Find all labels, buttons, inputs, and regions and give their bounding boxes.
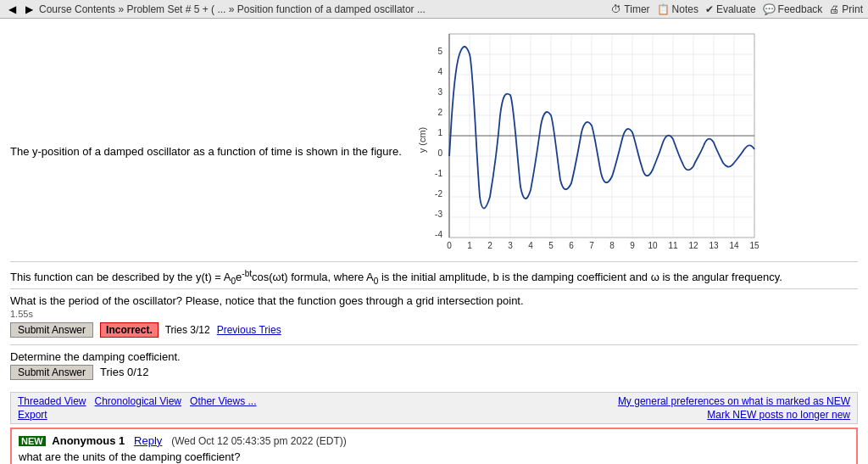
svg-text:0: 0 <box>437 148 442 158</box>
svg-text:-3: -3 <box>435 210 442 219</box>
discussion-view-links: Threaded View Chronological View Other V… <box>18 395 257 407</box>
timer-icon: ⏱ <box>611 3 621 15</box>
svg-text:1: 1 <box>467 241 472 250</box>
threaded-view-link[interactable]: Threaded View <box>18 395 86 407</box>
svg-text:2: 2 <box>487 241 492 250</box>
evaluate-icon: ✔ <box>705 3 714 15</box>
svg-text:10: 10 <box>648 241 658 250</box>
notes-label: Notes <box>672 3 698 15</box>
question1-answer-row: Submit Answer Incorrect. Tries 3/12 Prev… <box>10 322 858 338</box>
notes-button[interactable]: 📋 Notes <box>657 3 698 15</box>
svg-text:0: 0 <box>447 241 452 250</box>
formula-section: This function can be described by the y(… <box>10 261 858 288</box>
breadcrumb: Course Contents » Problem Set # 5 + ( ..… <box>39 3 426 15</box>
svg-text:4: 4 <box>437 67 442 76</box>
svg-text:1: 1 <box>437 128 442 137</box>
timer-label: Timer <box>624 3 649 15</box>
print-label: Print <box>842 3 863 15</box>
submit-answer-1-button[interactable]: Submit Answer <box>10 322 93 338</box>
svg-text:9: 9 <box>630 241 635 250</box>
evaluate-button[interactable]: ✔ Evaluate <box>705 3 756 15</box>
svg-text:-4: -4 <box>435 230 442 239</box>
svg-text:t (s): t (s) <box>593 253 609 254</box>
svg-text:-1: -1 <box>435 169 442 178</box>
problem-description: The y-position of a damped oscillator as… <box>10 25 402 159</box>
svg-text:12: 12 <box>688 241 698 250</box>
question1-section: What is the period of the oscillator? Pl… <box>10 288 858 344</box>
new-badge: NEW <box>19 436 46 446</box>
question2-section: Determine the damping coefficient. Submi… <box>10 344 858 387</box>
svg-text:5: 5 <box>548 241 554 250</box>
svg-text:7: 7 <box>589 241 594 250</box>
export-link[interactable]: Export <box>18 409 47 421</box>
forward-arrow[interactable]: ▶ <box>22 3 36 16</box>
reply-link[interactable]: Reply <box>134 434 162 447</box>
question1-hint: 1.55s <box>10 309 858 319</box>
toolbar-right: ⏱ Timer 📋 Notes ✔ Evaluate 💬 Feedback 🖨 … <box>611 3 863 15</box>
evaluate-label: Evaluate <box>716 3 756 15</box>
svg-text:11: 11 <box>668 241 678 250</box>
preferences-link[interactable]: My general preferences on what is marked… <box>618 395 850 407</box>
previous-tries-link[interactable]: Previous Tries <box>217 324 281 336</box>
svg-text:2: 2 <box>437 108 442 117</box>
chronological-view-link[interactable]: Chronological View <box>95 395 182 407</box>
svg-text:14: 14 <box>729 241 739 250</box>
print-icon: 🖨 <box>829 3 839 15</box>
feedback-button[interactable]: 💬 Feedback <box>763 3 823 15</box>
export-link-wrapper: Export <box>18 409 257 421</box>
new-post: NEW Anonymous 1 Reply (Wed Oct 12 05:43:… <box>10 428 858 464</box>
post-body: what are the units of the damping coeffi… <box>19 450 849 463</box>
discussion-bar: Threaded View Chronological View Other V… <box>10 392 858 424</box>
main-content: The y-position of a damped oscillator as… <box>0 19 868 464</box>
mark-new-link[interactable]: Mark NEW posts no longer new <box>707 409 850 421</box>
tries-info-2: Tries 0/12 <box>100 366 148 378</box>
incorrect-badge: Incorrect. <box>100 322 159 338</box>
svg-text:5: 5 <box>437 47 442 56</box>
svg-text:15: 15 <box>749 241 760 250</box>
post-author: Anonymous 1 <box>52 434 125 447</box>
notes-icon: 📋 <box>657 3 670 15</box>
feedback-icon: 💬 <box>763 3 776 15</box>
discussion-views: Threaded View Chronological View Other V… <box>18 395 257 421</box>
svg-text:3: 3 <box>437 87 442 97</box>
svg-text:4: 4 <box>528 241 533 250</box>
svg-text:3: 3 <box>508 241 513 250</box>
svg-text:-2: -2 <box>435 189 442 198</box>
timer-button[interactable]: ⏱ Timer <box>611 3 649 15</box>
svg-text:y (cm): y (cm) <box>417 127 427 154</box>
top-navigation: ◀ ▶ Course Contents » Problem Set # 5 + … <box>0 0 868 19</box>
svg-text:8: 8 <box>609 241 615 250</box>
question1-text: What is the period of the oscillator? Pl… <box>10 294 858 307</box>
svg-text:13: 13 <box>709 241 719 250</box>
other-views-link[interactable]: Other Views ... <box>190 395 256 407</box>
breadcrumb-area: ◀ ▶ Course Contents » Problem Set # 5 + … <box>5 3 426 16</box>
submit-answer-2-button[interactable]: Submit Answer <box>10 365 93 380</box>
print-button[interactable]: 🖨 Print <box>829 3 863 15</box>
post-date: (Wed Oct 12 05:43:35 pm 2022 (EDT)) <box>171 435 347 447</box>
problem-text: The y-position of a damped oscillator as… <box>10 144 402 159</box>
formula-text: This function can be described by the y(… <box>10 267 858 288</box>
tries-info-1: Tries 3/12 <box>165 324 210 336</box>
question2-answer-row: Submit Answer Tries 0/12 <box>10 365 858 380</box>
graph-container: 5 4 3 2 1 0 -1 -2 -3 -4 y (cm) 0 1 2 3 4… <box>415 25 858 254</box>
feedback-label: Feedback <box>778 3 823 15</box>
discussion-prefs: My general preferences on what is marked… <box>618 395 850 421</box>
problem-layout: The y-position of a damped oscillator as… <box>10 25 858 254</box>
question2-text: Determine the damping coefficient. <box>10 350 858 363</box>
back-arrow[interactable]: ◀ <box>5 3 19 16</box>
svg-text:6: 6 <box>569 241 574 250</box>
oscillator-graph: 5 4 3 2 1 0 -1 -2 -3 -4 y (cm) 0 1 2 3 4… <box>415 25 763 254</box>
